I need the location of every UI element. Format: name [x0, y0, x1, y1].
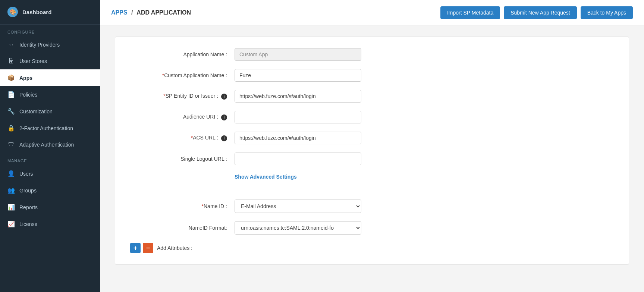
- sidebar-item-label: Users: [19, 171, 33, 177]
- sp-entity-label: *SP Entity ID or Issuer : i: [130, 93, 235, 100]
- sidebar-header: 🎨 Dashboard: [0, 0, 100, 24]
- sidebar: 🎨 Dashboard Configure ↔ Identity Provide…: [0, 0, 100, 292]
- single-logout-input[interactable]: [235, 153, 361, 165]
- sidebar-item-adaptive-auth[interactable]: 🛡 Adaptive Authentication: [0, 136, 100, 153]
- audience-uri-input[interactable]: [235, 111, 361, 123]
- breadcrumb-link[interactable]: APPS: [111, 9, 128, 16]
- sidebar-item-users[interactable]: 👤 Users: [0, 165, 100, 182]
- app-name-label: Application Name :: [130, 51, 235, 57]
- content-area: Application Name : *Custom Application N…: [100, 25, 644, 292]
- customization-icon: 🔧: [7, 108, 15, 115]
- sidebar-item-2fa[interactable]: 🔒 2-Factor Authentication: [0, 120, 100, 136]
- remove-attribute-button[interactable]: −: [143, 243, 153, 253]
- sidebar-item-license[interactable]: 📈 License: [0, 216, 100, 232]
- apps-icon: 📦: [7, 74, 15, 81]
- custom-app-name-row: *Custom Application Name :: [130, 69, 614, 82]
- nameid-format-row: NameID Format: urn:oasis:names:tc:SAML:2…: [130, 221, 614, 235]
- back-to-my-apps-button[interactable]: Back to My Apps: [581, 6, 633, 19]
- sp-entity-info-icon[interactable]: i: [221, 94, 227, 100]
- breadcrumb-separator: /: [131, 9, 133, 16]
- sidebar-item-label: Adaptive Authentication: [19, 142, 74, 148]
- app-name-row: Application Name :: [130, 48, 614, 61]
- add-attributes-row: + − Add Attributes :: [130, 243, 614, 253]
- sidebar-item-policies[interactable]: 📄 Policies: [0, 86, 100, 103]
- dashboard-label[interactable]: Dashboard: [22, 9, 51, 15]
- breadcrumb-current: ADD APPLICATION: [136, 9, 191, 16]
- sidebar-item-user-stores[interactable]: 🗄 User Stores: [0, 53, 100, 69]
- groups-icon: 👥: [7, 187, 15, 194]
- acs-url-label: *ACS URL : i: [130, 135, 235, 141]
- adaptive-auth-icon: 🛡: [7, 141, 15, 148]
- form-card: Application Name : *Custom Application N…: [115, 37, 629, 265]
- user-stores-icon: 🗄: [7, 58, 15, 65]
- sidebar-item-label: Policies: [19, 92, 37, 98]
- breadcrumb: APPS / ADD APPLICATION: [111, 9, 191, 16]
- topbar-buttons: Import SP Metadata Submit New App Reques…: [440, 6, 633, 19]
- name-id-select[interactable]: E-Mail AddressUsernamePersistentTransien…: [235, 200, 361, 213]
- nameid-format-label: NameID Format:: [130, 225, 235, 231]
- sidebar-item-apps[interactable]: 📦 Apps: [0, 69, 100, 86]
- sidebar-item-groups[interactable]: 👥 Groups: [0, 182, 100, 199]
- sidebar-item-label: User Stores: [19, 58, 47, 64]
- sidebar-item-label: Reports: [19, 204, 38, 210]
- users-icon: 👤: [7, 170, 15, 177]
- form-divider: [130, 191, 614, 191]
- app-name-input: [235, 48, 361, 61]
- single-logout-label: Single Logout URL :: [130, 156, 235, 162]
- name-id-row: *Name ID : E-Mail AddressUsernamePersist…: [130, 200, 614, 213]
- add-attribute-button[interactable]: +: [130, 243, 141, 253]
- manage-section-label: Manage: [0, 153, 100, 165]
- 2fa-icon: 🔒: [7, 125, 15, 132]
- submit-new-app-request-button[interactable]: Submit New App Request: [504, 6, 577, 19]
- sidebar-item-label: 2-Factor Authentication: [19, 125, 73, 131]
- sidebar-item-label: Customization: [19, 109, 53, 114]
- nameid-format-select[interactable]: urn:oasis:names:tc:SAML:2.0:nameid-fourn…: [235, 221, 361, 235]
- show-advanced-settings-link[interactable]: Show Advanced Settings: [235, 174, 297, 180]
- policies-icon: 📄: [7, 91, 15, 98]
- sidebar-item-label: License: [19, 221, 37, 227]
- sidebar-item-label: Groups: [19, 188, 37, 194]
- sidebar-item-identity-providers[interactable]: ↔ Identity Providers: [0, 37, 100, 53]
- custom-app-name-input[interactable]: [235, 69, 361, 82]
- sp-entity-input[interactable]: [235, 90, 361, 103]
- audience-uri-row: Audience URI : i: [130, 111, 614, 123]
- name-id-label: *Name ID :: [130, 203, 235, 209]
- reports-icon: 📊: [7, 204, 15, 211]
- acs-url-info-icon[interactable]: i: [221, 135, 227, 141]
- identity-providers-icon: ↔: [7, 41, 15, 48]
- add-attributes-label: Add Attributes :: [157, 245, 192, 251]
- sidebar-item-reports[interactable]: 📊 Reports: [0, 199, 100, 216]
- acs-url-input[interactable]: [235, 132, 361, 144]
- import-sp-metadata-button[interactable]: Import SP Metadata: [440, 6, 500, 19]
- sidebar-item-label: Identity Providers: [19, 42, 60, 48]
- audience-uri-info-icon[interactable]: i: [221, 114, 227, 120]
- acs-url-row: *ACS URL : i: [130, 132, 614, 144]
- sidebar-item-customization[interactable]: 🔧 Customization: [0, 103, 100, 120]
- license-icon: 📈: [7, 220, 15, 227]
- sp-entity-row: *SP Entity ID or Issuer : i: [130, 90, 614, 103]
- configure-section-label: Configure: [0, 24, 100, 37]
- main-content: APPS / ADD APPLICATION Import SP Metadat…: [100, 0, 644, 292]
- dashboard-icon: 🎨: [7, 7, 18, 17]
- audience-uri-label: Audience URI : i: [130, 114, 235, 120]
- custom-app-name-label: *Custom Application Name :: [130, 72, 235, 78]
- topbar: APPS / ADD APPLICATION Import SP Metadat…: [100, 0, 644, 25]
- sidebar-item-label: Apps: [19, 75, 32, 81]
- single-logout-row: Single Logout URL :: [130, 153, 614, 165]
